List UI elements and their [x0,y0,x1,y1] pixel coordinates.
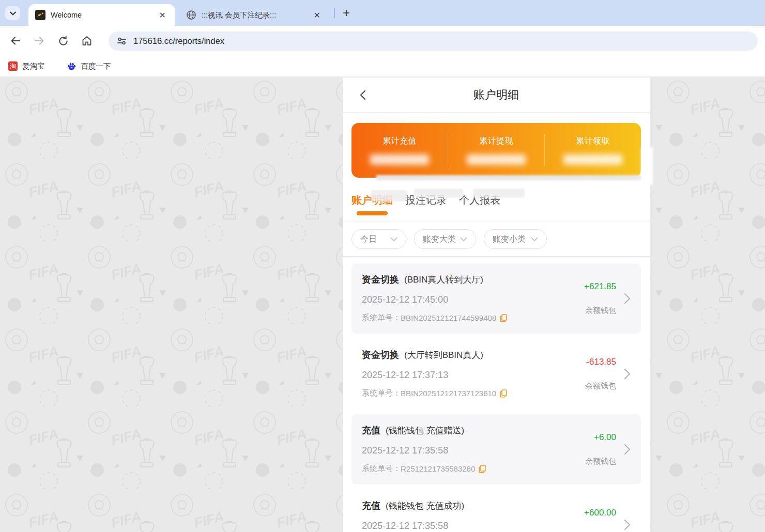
transaction-amount: -613.85 [586,357,616,367]
filter-label: 账变小类 [493,234,526,245]
copy-icon[interactable] [500,389,508,398]
bookmark-label: 百度一下 [81,61,111,71]
transaction-row[interactable]: 资金切换 (大厅转到BBIN真人) 2025-12-12 17:37:13 系统… [351,339,641,409]
transaction-datetime: 2025-12-12 17:35:58 [362,521,580,531]
transaction-datetime: 2025-12-12 17:35:58 [362,445,580,456]
home-button[interactable] [81,35,93,47]
transaction-amount: +621.85 [584,281,616,292]
order-number: BBIN202512121737123610 [401,389,496,398]
blur-artifact [371,190,407,201]
transaction-detail: (钱能钱包 充值赠送) [386,425,464,436]
blur-artifact [641,147,653,185]
chevron-down-icon [390,237,397,242]
bookmarks-bar: 淘 爱淘宝 百度一下 [0,56,765,76]
baidu-paw-icon [67,61,76,71]
tab-welcome[interactable]: Welcome ✕ [28,4,175,26]
blurred-value [467,154,526,165]
site-info-icon[interactable] [117,36,127,46]
chevron-right-icon[interactable] [624,444,631,455]
copy-icon[interactable] [500,314,508,322]
chevron-right-icon[interactable] [624,519,631,530]
summary-total-withdrawal: 累计提现 [448,136,544,165]
blurred-value [370,154,429,165]
blur-artifact [376,175,643,180]
blur-artifact [414,189,463,198]
transaction-detail: (钱能钱包 充值成功) [386,500,464,512]
blur-artifact [473,189,525,198]
transaction-datetime: 2025-12-12 17:45:00 [362,294,580,305]
close-icon[interactable]: ✕ [157,10,169,21]
transaction-amount: +600.00 [584,508,616,518]
back-icon [10,35,21,46]
order-label: 系统单号： [362,313,401,323]
summary-label: 累计提现 [479,136,513,147]
filter-label: 今日 [360,234,377,245]
close-icon[interactable]: ✕ [311,10,323,21]
transaction-row[interactable]: 充值 (钱能钱包 充值成功) 2025-12-12 17:35:58 +600.… [351,490,641,532]
summary-label: 累计领取 [576,136,610,147]
transaction-amount: +6.00 [594,432,616,443]
chevron-right-icon[interactable] [624,368,631,380]
url-text[interactable]: 175616.cc/reports/index [133,36,224,46]
blurred-value [563,154,622,165]
wallet-label: 余额钱包 [585,457,616,466]
wallet-label: 余额钱包 [585,381,616,391]
filter-date-dropdown[interactable]: 今日 [351,229,406,249]
page-title: 账户明细 [473,87,519,103]
summary-total-deposit: 累计充值 [351,136,448,165]
wallet-label: 余额钱包 [585,306,616,316]
page-content: FIFA 账户明细 [0,76,765,532]
transaction-detail: (BBIN真人转到大厅) [404,274,483,286]
new-tab-button[interactable]: + [339,6,354,20]
tab-strip: Welcome ✕ :::视讯 会员下注纪录::: ✕ + [0,0,765,26]
summary-total-claimed: 累计领取 [545,136,641,165]
browser-window: Welcome ✕ :::视讯 会员下注纪录::: ✕ + [0,0,765,532]
bookmark-label: 爱淘宝 [22,61,45,71]
summary-label: 累计充值 [382,136,417,147]
transaction-datetime: 2025-12-12 17:37:13 [362,370,580,381]
chevron-down-icon [531,237,538,242]
transaction-type: 资金切换 [362,273,399,286]
section-tabs: 账户明细 投注记录 个人报表 [343,183,650,222]
panel-header: 账户明细 [343,77,650,113]
summary-card: 累计充值 累计提现 累计领取 [351,123,641,178]
home-icon [81,35,93,46]
transaction-row[interactable]: 资金切换 (BBIN真人转到大厅) 2025-12-12 17:45:00 系统… [351,263,641,334]
order-number: R2512121735583260 [401,464,475,473]
tab-search-button[interactable] [5,6,20,20]
forward-button[interactable] [33,35,45,47]
tab-divider [334,8,335,18]
reload-icon [58,36,69,46]
filter-row: 今日 账变大类 账变小类 [343,222,650,257]
filter-major-type-dropdown[interactable]: 账变大类 [414,229,476,249]
chevron-right-icon[interactable] [624,293,631,304]
transaction-row[interactable]: 充值 (钱能钱包 充值赠送) 2025-12-12 17:35:58 系统单号：… [351,414,641,484]
account-detail-panel: 账户明细 累计充值 累计提现 累计领取 [343,77,650,532]
transaction-type: 充值 [362,499,380,512]
filter-label: 账变大类 [423,234,456,245]
order-number: BBIN202512121744599408 [401,314,496,322]
order-label: 系统单号： [362,464,401,474]
globe-icon [186,10,196,20]
order-label: 系统单号： [362,388,401,398]
copy-icon[interactable] [479,465,486,473]
tab-betting-records[interactable]: :::视讯 会员下注纪录::: ✕ [179,4,329,26]
transaction-type: 充值 [362,424,380,436]
chevron-down-icon [460,237,467,242]
taobao-icon: 淘 [8,61,18,71]
transaction-detail: (大厅转到BBIN真人) [404,349,483,361]
bookmark-aitaobao[interactable]: 淘 爱淘宝 [8,61,45,71]
browser-toolbar: 175616.cc/reports/index [0,26,765,56]
back-button[interactable] [9,35,22,47]
chevron-down-icon [10,11,16,15]
forward-icon [34,35,45,46]
welcome-favicon-icon [35,10,45,20]
address-bar[interactable]: 175616.cc/reports/index [109,32,758,51]
transaction-list: 资金切换 (BBIN真人转到大厅) 2025-12-12 17:45:00 系统… [343,257,650,532]
back-chevron-icon[interactable] [358,90,369,100]
tab-title: :::视讯 会员下注纪录::: [202,10,308,20]
transaction-type: 资金切换 [362,349,399,361]
bookmark-baidu[interactable]: 百度一下 [67,61,111,71]
filter-minor-type-dropdown[interactable]: 账变小类 [484,229,547,249]
reload-button[interactable] [57,35,69,47]
